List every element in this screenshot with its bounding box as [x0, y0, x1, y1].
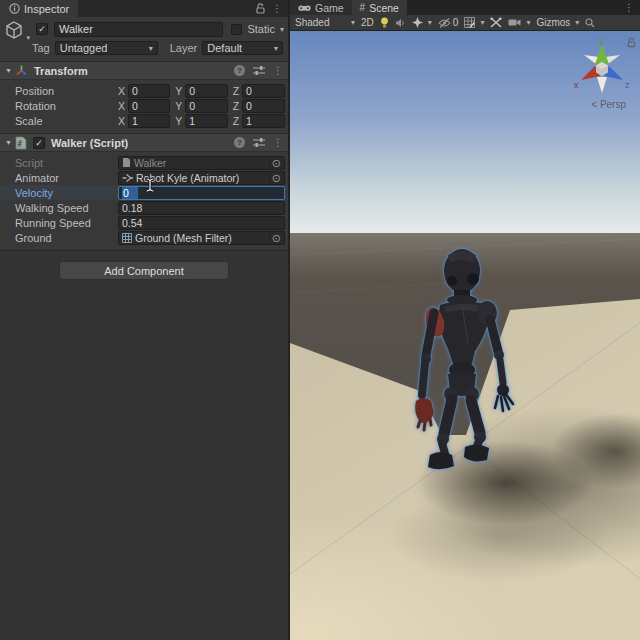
rotation-x-field[interactable]: 0: [128, 99, 170, 113]
tab-inspector[interactable]: Inspector: [0, 0, 78, 17]
caret-icon: ▾: [575, 18, 579, 27]
scale-y-field[interactable]: 1: [185, 114, 227, 128]
scene-tabbar: Game # Scene ⋮: [290, 0, 640, 15]
position-z-field[interactable]: 0: [242, 84, 285, 98]
script-object-field[interactable]: Walker ⊙: [118, 156, 285, 170]
inspector-footer: Add Component: [0, 250, 288, 640]
scale-x-field[interactable]: 1: [128, 114, 170, 128]
position-x-field[interactable]: 0: [128, 84, 170, 98]
transform-header[interactable]: ▼ Transform ? ⋮: [0, 61, 288, 80]
axis-y-cone: [595, 45, 609, 64]
hidden-objects-button[interactable]: 0: [435, 16, 462, 30]
add-component-button[interactable]: Add Component: [59, 261, 229, 280]
grid-visibility-dropdown[interactable]: ▾: [461, 16, 487, 30]
kebab-menu-icon[interactable]: ⋮: [624, 2, 634, 13]
tab-scene[interactable]: # Scene: [352, 0, 407, 15]
position-y-field[interactable]: 0: [185, 84, 227, 98]
object-picker-icon[interactable]: ⊙: [269, 172, 283, 184]
transform-axes-icon: [15, 64, 28, 77]
presets-icon[interactable]: [253, 65, 265, 76]
walking-speed-field[interactable]: 0.18: [118, 201, 285, 215]
walker-script-header[interactable]: ▼ # ✓ Walker (Script) ? ⋮: [0, 133, 288, 152]
check-icon: ✓: [38, 24, 46, 34]
kebab-menu-icon[interactable]: ⋮: [273, 137, 283, 148]
hidden-objects-count: 0: [453, 17, 459, 28]
camera-icon: [508, 18, 521, 27]
row-label: Position: [15, 85, 118, 97]
ground-object-field[interactable]: Ground (Mesh Filter) ⊙: [118, 231, 285, 245]
scene-viewport[interactable]: y x z < Persp: [290, 31, 640, 640]
name-field[interactable]: Walker: [54, 22, 223, 37]
mesh-filter-icon: [122, 233, 132, 243]
active-checkbox[interactable]: ✓: [36, 23, 48, 35]
inspector-panel: Inspector ⋮ ▾ ✓: [0, 0, 290, 640]
rotation-z-field[interactable]: 0: [242, 99, 285, 113]
presets-icon[interactable]: [253, 137, 265, 148]
script-file-icon: [122, 157, 131, 168]
light-bulb-icon: [380, 17, 389, 29]
toggle-2d-button[interactable]: 2D: [358, 16, 377, 30]
layer-label: Layer: [170, 42, 198, 54]
orientation-gizmo[interactable]: y x z: [572, 37, 632, 97]
editor-tools-button[interactable]: [487, 16, 505, 30]
inspector-tabbar: Inspector ⋮: [0, 0, 288, 17]
static-checkbox[interactable]: [231, 24, 242, 35]
projection-toggle[interactable]: < Persp: [591, 99, 626, 110]
transform-component: ▼ Transform ? ⋮: [0, 61, 288, 133]
object-picker-icon[interactable]: ⊙: [269, 232, 283, 244]
csharp-script-icon: #: [15, 136, 27, 150]
foldout-icon[interactable]: ▼: [5, 67, 15, 74]
game-tab-label: Game: [315, 2, 344, 14]
lock-icon[interactable]: [256, 3, 265, 14]
unity-editor: Inspector ⋮ ▾ ✓: [0, 0, 640, 640]
gameobject-icon-button[interactable]: ▾: [4, 20, 30, 38]
shading-mode-dropdown[interactable]: Shaded ▾: [292, 16, 358, 30]
tag-value: Untagged: [60, 42, 108, 54]
scene-effects-dropdown[interactable]: ▾: [409, 16, 435, 30]
caret-icon: ▾: [428, 18, 432, 27]
row-label: Ground: [15, 232, 118, 244]
scene-tab-label: Scene: [369, 2, 399, 14]
scene-search-button[interactable]: [582, 16, 598, 30]
object-picker-icon[interactable]: ⊙: [269, 157, 283, 169]
axis-z-label: Z: [233, 85, 239, 97]
axis-y-label: Y: [175, 85, 182, 97]
ground-row: Ground Ground (Mesh Filter) ⊙: [0, 230, 288, 245]
help-icon[interactable]: ?: [234, 137, 245, 148]
kebab-menu-icon[interactable]: ⋮: [272, 3, 282, 14]
crossed-tools-icon: [490, 17, 502, 28]
gizmos-dropdown[interactable]: Gizmos ▾: [533, 16, 582, 30]
running-speed-field[interactable]: 0.54: [118, 216, 285, 230]
axis-x-label: x: [574, 80, 579, 90]
kebab-menu-icon[interactable]: ⋮: [273, 65, 283, 76]
component-enabled-checkbox[interactable]: ✓: [33, 137, 45, 149]
layer-dropdown[interactable]: Default ▾: [202, 41, 283, 55]
eye-off-icon: [438, 18, 451, 28]
scene-audio-button[interactable]: [392, 16, 409, 30]
inspector-tab-actions: ⋮: [256, 0, 288, 17]
tab-game[interactable]: Game: [290, 0, 352, 15]
inspector-tab-label: Inspector: [24, 3, 69, 15]
viewport-lock-icon[interactable]: [627, 37, 636, 48]
position-row: Position X0 Y0 Z0: [0, 83, 288, 98]
effects-sparkle-icon: [412, 17, 423, 28]
rotation-y-field[interactable]: 0: [185, 99, 227, 113]
object-field-value: Ground (Mesh Filter): [135, 232, 232, 244]
static-dropdown-caret-icon[interactable]: ▾: [280, 25, 284, 34]
layer-value: Default: [207, 42, 242, 54]
foldout-icon[interactable]: ▼: [5, 139, 15, 146]
caret-icon: ▾: [480, 18, 484, 27]
check-icon: ✓: [35, 138, 43, 148]
speaker-icon: [395, 18, 406, 28]
scale-z-field[interactable]: 1: [242, 114, 285, 128]
help-icon[interactable]: ?: [234, 65, 245, 76]
scene-camera-dropdown[interactable]: ▾: [505, 16, 533, 30]
scene-lighting-button[interactable]: [377, 16, 392, 30]
axis-z-label: Z: [233, 100, 239, 112]
row-label: Walking Speed: [15, 202, 118, 214]
robot-character[interactable]: [410, 243, 522, 475]
tag-dropdown[interactable]: Untagged ▾: [55, 41, 158, 55]
axis-x-label: X: [118, 100, 125, 112]
ibeam-cursor: [144, 177, 156, 193]
shading-mode-value: Shaded: [295, 17, 329, 28]
